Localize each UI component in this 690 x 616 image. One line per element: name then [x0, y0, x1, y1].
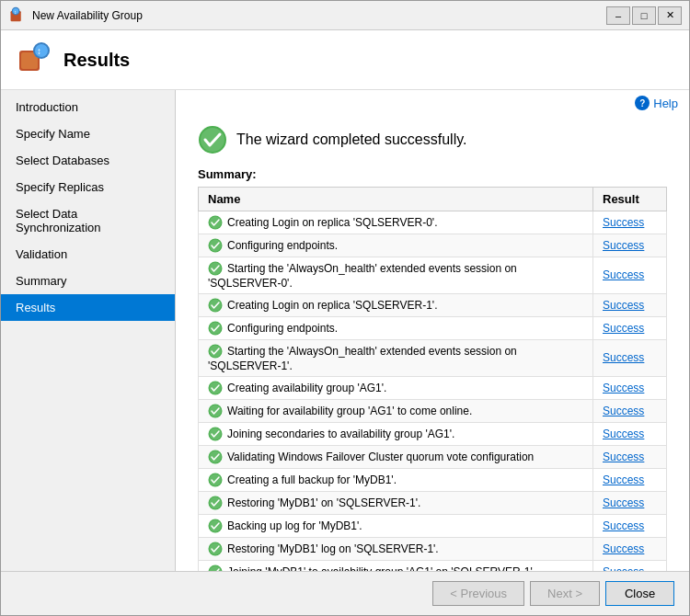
row-result-cell[interactable]: Success	[593, 339, 667, 376]
table-row: Configuring endpoints.Success	[199, 316, 667, 339]
row-name-text: Backing up log for 'MyDB1'.	[227, 519, 362, 532]
row-result-cell[interactable]: Success	[593, 399, 667, 422]
sidebar-item-summary[interactable]: Summary	[1, 268, 175, 294]
row-name-cell: Restoring 'MyDB1' log on 'SQLSERVER-1'.	[199, 537, 593, 560]
sidebar-item-validation[interactable]: Validation	[1, 241, 175, 268]
row-result-link[interactable]: Success	[603, 542, 644, 555]
row-result-cell[interactable]: Success	[593, 422, 667, 445]
help-bar: ? Help	[176, 90, 689, 116]
row-result-link[interactable]: Success	[603, 496, 644, 509]
table-row: Starting the 'AlwaysOn_health' extended …	[199, 339, 667, 376]
row-name-cell: Creating Login on replica 'SQLSERVER-1'.	[199, 293, 593, 316]
row-result-link[interactable]: Success	[603, 473, 644, 486]
row-name-cell: Starting the 'AlwaysOn_health' extended …	[199, 339, 593, 376]
row-name-cell: Joining 'MyDB1' to availability group 'A…	[199, 560, 593, 571]
row-result-link[interactable]: Success	[603, 216, 644, 229]
row-result-link[interactable]: Success	[603, 299, 644, 312]
header-bar: ↕ Results	[1, 30, 689, 90]
row-name-text: Creating availability group 'AG1'.	[227, 382, 386, 394]
row-result-cell[interactable]: Success	[593, 293, 667, 316]
window-close-button[interactable]: ✕	[658, 6, 682, 25]
footer: < Previous Next > Close	[1, 571, 689, 615]
row-result-link[interactable]: Success	[603, 268, 644, 281]
content-area: IntroductionSpecify NameSelect Databases…	[1, 90, 689, 571]
sidebar-item-specify-name[interactable]: Specify Name	[1, 120, 175, 147]
row-name-cell: Configuring endpoints.	[199, 234, 593, 257]
table-row: Starting the 'AlwaysOn_health' extended …	[199, 257, 667, 294]
help-link[interactable]: ? Help	[635, 96, 678, 110]
svg-text:↕: ↕	[37, 46, 41, 56]
table-row: Backing up log for 'MyDB1'.Success	[199, 514, 667, 537]
row-name-text: Starting the 'AlwaysOn_health' extended …	[208, 262, 517, 290]
help-label: Help	[653, 97, 678, 110]
table-row: Configuring endpoints.Success	[199, 234, 667, 257]
result-area: The wizard completed successfully. Summa…	[176, 116, 689, 571]
row-result-cell[interactable]: Success	[593, 376, 667, 399]
row-name-text: Waiting for availability group 'AG1' to …	[227, 405, 472, 417]
row-result-link[interactable]: Success	[603, 405, 644, 417]
table-row: Creating availability group 'AG1'.Succes…	[199, 376, 667, 399]
close-button[interactable]: Close	[605, 581, 674, 606]
main-content: ? Help The wizard completed successfully…	[176, 90, 689, 571]
row-name-cell: Configuring endpoints.	[199, 316, 593, 339]
row-success-icon	[208, 215, 223, 230]
row-result-link[interactable]: Success	[603, 351, 644, 364]
row-result-link[interactable]: Success	[603, 322, 644, 335]
title-bar: ↕ New Availability Group – □ ✕	[1, 1, 689, 30]
row-name-cell: Creating availability group 'AG1'.	[199, 376, 593, 399]
previous-button[interactable]: < Previous	[432, 581, 524, 606]
row-success-icon	[208, 496, 223, 510]
row-result-cell[interactable]: Success	[593, 491, 667, 514]
row-name-cell: Backing up log for 'MyDB1'.	[199, 514, 593, 537]
maximize-button[interactable]: □	[632, 6, 656, 25]
table-row: Creating Login on replica 'SQLSERVER-1'.…	[199, 293, 667, 316]
sidebar-item-introduction[interactable]: Introduction	[1, 94, 175, 120]
row-name-text: Joining secondaries to availability grou…	[227, 428, 454, 440]
success-message: The wizard completed successfully.	[236, 131, 466, 148]
sidebar-item-select-data-sync[interactable]: Select Data Synchronization	[1, 200, 175, 241]
row-success-icon	[208, 404, 223, 418]
sidebar: IntroductionSpecify NameSelect Databases…	[1, 90, 176, 571]
row-result-cell[interactable]: Success	[593, 514, 667, 537]
table-row: Restoring 'MyDB1' log on 'SQLSERVER-1'.S…	[199, 537, 667, 560]
row-result-cell[interactable]: Success	[593, 234, 667, 257]
sidebar-item-specify-replicas[interactable]: Specify Replicas	[1, 174, 175, 200]
row-result-link[interactable]: Success	[603, 382, 644, 394]
row-result-cell[interactable]: Success	[593, 445, 667, 468]
row-result-cell[interactable]: Success	[593, 257, 667, 294]
col-name-header: Name	[199, 188, 593, 211]
table-row: Joining 'MyDB1' to availability group 'A…	[199, 560, 667, 571]
row-success-icon	[208, 542, 223, 556]
window-controls: – □ ✕	[606, 6, 682, 25]
row-name-text: Configuring endpoints.	[227, 322, 338, 335]
row-result-cell[interactable]: Success	[593, 468, 667, 491]
row-success-icon	[208, 473, 223, 487]
table-header: Name Result	[199, 188, 667, 211]
row-name-text: Validating Windows Failover Cluster quor…	[227, 451, 534, 463]
row-result-link[interactable]: Success	[603, 239, 644, 252]
row-result-cell[interactable]: Success	[593, 211, 667, 234]
success-banner: The wizard completed successfully.	[198, 125, 667, 154]
table-row: Waiting for availability group 'AG1' to …	[199, 399, 667, 422]
next-button[interactable]: Next >	[530, 581, 600, 606]
row-name-text: Creating Login on replica 'SQLSERVER-0'.	[227, 216, 437, 229]
row-success-icon	[208, 261, 223, 276]
row-name-text: Restoring 'MyDB1' log on 'SQLSERVER-1'.	[227, 542, 439, 555]
row-result-link[interactable]: Success	[603, 451, 644, 463]
row-name-cell: Joining secondaries to availability grou…	[199, 422, 593, 445]
row-success-icon	[208, 238, 223, 253]
row-success-icon	[208, 344, 223, 359]
row-name-cell: Creating Login on replica 'SQLSERVER-0'.	[199, 211, 593, 234]
row-result-cell[interactable]: Success	[593, 537, 667, 560]
sidebar-item-results[interactable]: Results	[1, 294, 175, 321]
row-result-cell[interactable]: Success	[593, 316, 667, 339]
row-result-link[interactable]: Success	[603, 519, 644, 532]
row-name-text: Restoring 'MyDB1' on 'SQLSERVER-1'.	[227, 496, 420, 509]
row-result-link[interactable]: Success	[603, 428, 644, 440]
table-row: Creating Login on replica 'SQLSERVER-0'.…	[199, 211, 667, 234]
table-row: Creating a full backup for 'MyDB1'.Succe…	[199, 468, 667, 491]
row-result-cell[interactable]: Success	[593, 560, 667, 571]
row-name-text: Creating a full backup for 'MyDB1'.	[227, 473, 397, 486]
minimize-button[interactable]: –	[606, 6, 630, 25]
sidebar-item-select-databases[interactable]: Select Databases	[1, 147, 175, 174]
